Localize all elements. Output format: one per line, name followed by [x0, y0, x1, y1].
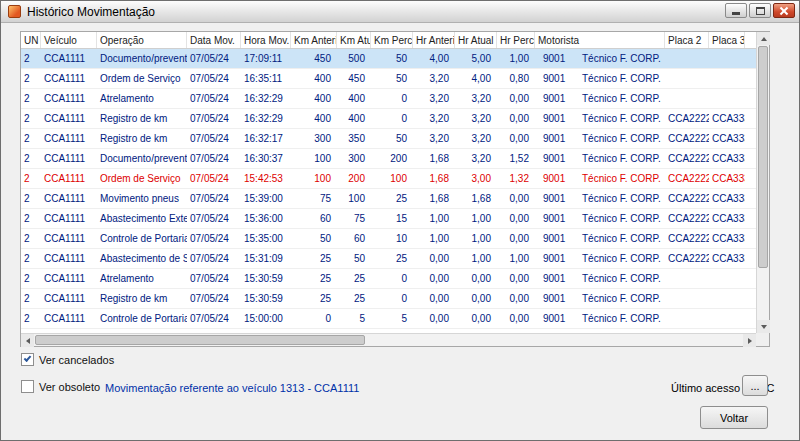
- cell: CCA1111: [41, 249, 97, 268]
- scroll-right-icon: [748, 338, 752, 344]
- column-header-7[interactable]: Km Perco...: [371, 32, 413, 48]
- table-row[interactable]: 2CCA1111Registro de km07/05/2415:30:5925…: [21, 289, 756, 309]
- column-header-8[interactable]: Hr Anterior: [413, 32, 455, 48]
- cell: [665, 309, 709, 328]
- column-header-10[interactable]: Hr Percor...: [497, 32, 535, 48]
- cell: 200: [337, 169, 371, 188]
- cell: 07/05/24: [187, 269, 241, 288]
- table-row[interactable]: 2CCA1111Ordem de Serviço07/05/2415:42:53…: [21, 169, 756, 189]
- vertical-scrollbar[interactable]: [756, 32, 769, 333]
- cell: 0,00: [413, 249, 455, 268]
- cell: CCA2222: [665, 249, 709, 268]
- cell: 0,00: [497, 129, 535, 148]
- cell: 07/05/24: [187, 49, 241, 68]
- cell: 3,20: [413, 129, 455, 148]
- scroll-left-button[interactable]: [21, 334, 34, 347]
- column-header-3[interactable]: Data Mov.: [187, 32, 241, 48]
- table-row[interactable]: 2CCA1111Documento/preventiva07/05/2417:0…: [21, 49, 756, 69]
- table-row[interactable]: 2CCA1111Abastecimento de Saída07/05/2415…: [21, 249, 756, 269]
- cell: 9001: [535, 109, 579, 128]
- ver-obsoleto-checkbox[interactable]: [21, 380, 34, 393]
- cell: CCA1111: [41, 189, 97, 208]
- window-title: Histórico Movimentação: [27, 5, 155, 19]
- scroll-up-button[interactable]: [757, 32, 770, 45]
- cell: 25: [337, 289, 371, 308]
- scroll-down-button[interactable]: [757, 320, 770, 333]
- cell: 0,00: [497, 229, 535, 248]
- column-header-4[interactable]: Hora Mov.: [241, 32, 291, 48]
- cell: 2: [21, 89, 41, 108]
- column-header-12[interactable]: Placa 2: [665, 32, 709, 48]
- app-window: Histórico Movimentação UNVeículoOperação…: [0, 0, 800, 441]
- cell: Técnico F. CORP.: [579, 309, 665, 328]
- more-button[interactable]: ...: [742, 375, 768, 396]
- cell: 5,00: [455, 49, 497, 68]
- cell: 0,00: [497, 289, 535, 308]
- vertical-scroll-thumb[interactable]: [758, 46, 768, 268]
- cell: [709, 269, 745, 288]
- cell: 4,00: [455, 69, 497, 88]
- cell: 0: [371, 109, 413, 128]
- cell: [709, 289, 745, 308]
- minimize-button[interactable]: [725, 3, 747, 18]
- table-row[interactable]: 2CCA1111Registro de km07/05/2416:32:2940…: [21, 109, 756, 129]
- cell: 07/05/24: [187, 69, 241, 88]
- column-header-0[interactable]: UN: [21, 32, 41, 48]
- cell: CCA3333: [709, 189, 745, 208]
- cell: [665, 289, 709, 308]
- cell: Técnico F. CORP.: [579, 69, 665, 88]
- titlebar[interactable]: Histórico Movimentação: [1, 1, 799, 23]
- cell: 07/05/24: [187, 249, 241, 268]
- cell: 400: [291, 89, 337, 108]
- table-row[interactable]: 2CCA1111Documento/preventiva07/05/2416:3…: [21, 149, 756, 169]
- cell: Técnico F. CORP.: [579, 129, 665, 148]
- horizontal-scroll-thumb[interactable]: [35, 335, 365, 345]
- check-icon: [24, 354, 32, 362]
- movement-history-grid: UNVeículoOperaçãoData Mov.Hora Mov.Km An…: [20, 31, 770, 347]
- cell: 16:35:11: [241, 69, 291, 88]
- column-header-13[interactable]: Placa 3: [709, 32, 745, 48]
- cell: 100: [291, 169, 337, 188]
- table-row[interactable]: 2CCA1111Controle de Portaria07/05/2415:0…: [21, 309, 756, 329]
- cell: 07/05/24: [187, 289, 241, 308]
- cell: 9001: [535, 189, 579, 208]
- cell: 400: [291, 109, 337, 128]
- table-row[interactable]: 2CCA1111Controle de Portaria07/05/2415:3…: [21, 229, 756, 249]
- cell: 1,32: [497, 169, 535, 188]
- ver-cancelados-checkbox[interactable]: [21, 353, 34, 366]
- table-row[interactable]: 2CCA1111Movimento pneus07/05/2415:39:007…: [21, 189, 756, 209]
- table-row[interactable]: 2CCA1111Atrelamento07/05/2415:30:5925250…: [21, 269, 756, 289]
- maximize-button[interactable]: [749, 3, 771, 18]
- column-header-6[interactable]: Km Atual: [337, 32, 371, 48]
- cell: 1,00: [455, 249, 497, 268]
- cell: CCA1111: [41, 289, 97, 308]
- cell: CCA1111: [41, 229, 97, 248]
- column-header-11[interactable]: Motorista: [535, 32, 665, 48]
- table-row[interactable]: 2CCA1111Abastecimento Externo07/05/2415:…: [21, 209, 756, 229]
- cell: 300: [337, 149, 371, 168]
- column-header-9[interactable]: Hr Atual: [455, 32, 497, 48]
- cell: 1,52: [497, 149, 535, 168]
- cell: Atrelamento: [97, 269, 187, 288]
- cell: 100: [371, 169, 413, 188]
- cell: Técnico F. CORP.: [579, 229, 665, 248]
- cell: 9001: [535, 209, 579, 228]
- table-row[interactable]: 2CCA1111Ordem de Serviço07/05/2416:35:11…: [21, 69, 756, 89]
- cell: 9001: [535, 149, 579, 168]
- cell: [709, 69, 745, 88]
- cell: 100: [291, 149, 337, 168]
- column-header-1[interactable]: Veículo: [41, 32, 97, 48]
- voltar-button[interactable]: Voltar: [700, 406, 768, 429]
- scroll-right-button[interactable]: [743, 334, 756, 347]
- horizontal-scrollbar[interactable]: [21, 333, 756, 346]
- close-button[interactable]: [773, 3, 795, 18]
- cell: Ordem de Serviço: [97, 169, 187, 188]
- table-row[interactable]: 2CCA1111Registro de km07/05/2416:32:1730…: [21, 129, 756, 149]
- cell: 16:32:17: [241, 129, 291, 148]
- table-row[interactable]: 2CCA1111Atrelamento07/05/2416:32:2940040…: [21, 89, 756, 109]
- cell: CCA1111: [41, 309, 97, 328]
- column-header-5[interactable]: Km Anterior: [291, 32, 337, 48]
- column-header-2[interactable]: Operação: [97, 32, 187, 48]
- cell: CCA1111: [41, 209, 97, 228]
- cell: [709, 89, 745, 108]
